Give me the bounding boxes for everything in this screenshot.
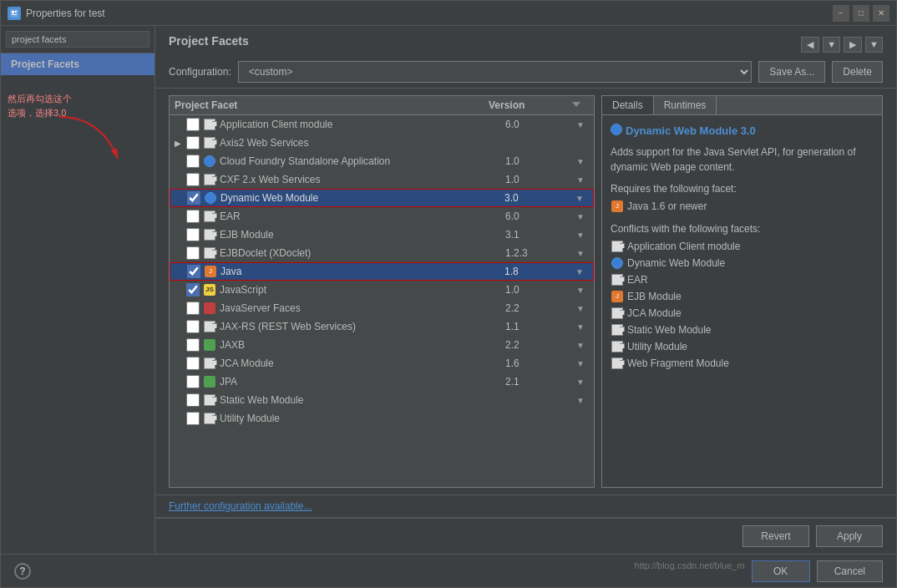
nav-menu-button[interactable]: ▼ <box>865 37 883 53</box>
facet-checkbox-jsf[interactable] <box>186 302 200 315</box>
sidebar-search-input[interactable] <box>6 31 150 48</box>
facet-version: 6.0 <box>505 119 572 130</box>
version-dropdown-icon[interactable]: ▼ <box>572 396 589 405</box>
version-dropdown-icon[interactable]: ▼ <box>572 231 589 240</box>
facet-checkbox-axis2[interactable] <box>186 136 200 150</box>
facet-name: JAX-RS (REST Web Services) <box>220 321 505 332</box>
module-description: Adds support for the Java Servlet API, f… <box>611 144 874 175</box>
further-config-link[interactable]: Further configuration available... <box>169 500 312 512</box>
conflicts-item-3: EAR <box>611 271 874 288</box>
annotation-text: 然后再勾选这个 选项，选择3.0 <box>1 75 155 136</box>
conflicts-item-4: J EJB Module <box>611 288 874 305</box>
version-dropdown-icon[interactable]: ▼ <box>572 322 589 332</box>
table-row[interactable]: Static Web Module ▼ <box>170 391 594 409</box>
facet-version: 1.2.3 <box>505 247 572 259</box>
version-dropdown-icon[interactable]: ▼ <box>572 341 589 350</box>
facet-version: 1.0 <box>505 155 572 167</box>
nav-dropdown-button[interactable]: ▼ <box>823 37 840 53</box>
table-row[interactable]: CXF 2.x Web Services 1.0 ▼ <box>170 170 594 189</box>
facet-checkbox-jca[interactable] <box>186 357 200 370</box>
save-as-button[interactable]: Save As... <box>758 61 825 83</box>
table-row[interactable]: JS JavaScript 1.0 ▼ <box>170 281 594 299</box>
facet-checkbox-ejb[interactable] <box>186 228 200 241</box>
table-row[interactable]: Utility Module <box>170 409 594 428</box>
facet-checkbox-ear[interactable] <box>186 210 200 223</box>
table-row[interactable]: JPA 2.1 ▼ <box>170 373 594 391</box>
version-dropdown-icon[interactable]: ▼ <box>572 304 589 313</box>
page-icon <box>611 307 624 320</box>
close-button[interactable]: ✕ <box>873 5 889 22</box>
page-icon <box>203 412 216 425</box>
facet-checkbox-jaxb[interactable] <box>186 338 200 352</box>
table-row-java[interactable]: J Java 1.8 ▼ <box>170 262 594 281</box>
table-row[interactable]: EAR 6.0 ▼ <box>170 207 594 226</box>
page-icon <box>203 118 216 131</box>
revert-button[interactable]: Revert <box>742 525 809 547</box>
table-row[interactable]: JavaServer Faces 2.2 ▼ <box>170 299 594 317</box>
tab-details[interactable]: Details <box>602 96 654 114</box>
table-row[interactable]: JAXB 2.2 ▼ <box>170 336 594 354</box>
version-dropdown-icon[interactable]: ▼ <box>572 175 589 185</box>
tab-runtimes[interactable]: Runtimes <box>654 96 717 114</box>
facet-name: EJBDoclet (XDoclet) <box>220 247 505 259</box>
conflicts-item-1: Application Client module <box>611 238 874 255</box>
table-row[interactable]: JAX-RS (REST Web Services) 1.1 ▼ <box>170 317 594 336</box>
version-dropdown-icon[interactable]: ▼ <box>571 194 588 203</box>
version-dropdown-icon[interactable]: ▼ <box>572 120 589 129</box>
page-icon <box>611 323 624 337</box>
table-row-dynamic-web[interactable]: Dynamic Web Module 3.0 ▼ <box>170 189 594 207</box>
version-dropdown-icon[interactable]: ▼ <box>571 267 588 276</box>
module-title: Dynamic Web Module 3.0 <box>611 124 874 138</box>
configuration-label: Configuration: <box>169 66 231 78</box>
page-icon <box>203 246 216 260</box>
facet-checkbox-dynamic-web[interactable] <box>187 191 200 205</box>
facet-name: JavaServer Faces <box>220 302 505 314</box>
version-dropdown-icon[interactable]: ▼ <box>572 286 589 295</box>
facet-checkbox-jaxrs[interactable] <box>186 320 200 333</box>
java-icon: J <box>611 290 624 303</box>
delete-button[interactable]: Delete <box>832 61 883 83</box>
facet-name: Dynamic Web Module <box>220 192 504 204</box>
facet-checkbox-java[interactable] <box>187 265 200 278</box>
window-controls: − □ ✕ <box>833 5 889 22</box>
nav-forward-button[interactable]: ▶ <box>844 37 862 53</box>
page-icon <box>203 228 216 241</box>
version-dropdown-icon[interactable]: ▼ <box>572 157 589 166</box>
table-row[interactable]: Application Client module 6.0 ▼ <box>170 115 594 134</box>
facet-version: 1.0 <box>505 174 572 185</box>
minimize-button[interactable]: − <box>833 5 849 22</box>
table-row[interactable]: EJB Module 3.1 ▼ <box>170 226 594 244</box>
further-config-area: Further configuration available... <box>155 494 896 518</box>
help-button[interactable]: ? <box>14 563 31 580</box>
page-icon <box>611 273 624 286</box>
maximize-button[interactable]: □ <box>853 5 869 22</box>
facet-checkbox-javascript[interactable] <box>186 283 200 297</box>
table-row[interactable]: EJBDoclet (XDoclet) 1.2.3 ▼ <box>170 244 594 262</box>
version-dropdown-icon[interactable]: ▼ <box>572 378 589 387</box>
table-row[interactable]: Cloud Foundry Standalone Application 1.0… <box>170 152 594 170</box>
svg-rect-3 <box>12 14 17 15</box>
apply-button[interactable]: Apply <box>816 525 883 547</box>
version-dropdown-icon[interactable]: ▼ <box>572 249 589 258</box>
svg-rect-2 <box>15 11 17 13</box>
facet-checkbox-jpa[interactable] <box>186 375 200 388</box>
table-row[interactable]: JCA Module 1.6 ▼ <box>170 354 594 373</box>
page-icon <box>203 136 216 150</box>
facet-version: 2.1 <box>505 376 572 388</box>
facet-checkbox-utility[interactable] <box>186 412 200 425</box>
facet-checkbox-ejbdoclet[interactable] <box>186 246 200 260</box>
configuration-select[interactable]: <custom> <box>238 61 753 83</box>
version-dropdown-icon[interactable]: ▼ <box>572 212 589 221</box>
nav-back-button[interactable]: ◀ <box>801 37 819 53</box>
facet-checkbox-static-web[interactable] <box>186 393 200 407</box>
cancel-button[interactable]: Cancel <box>817 560 883 582</box>
facet-checkbox-cxf[interactable] <box>186 173 200 186</box>
facet-version: 6.0 <box>505 210 572 222</box>
facet-checkbox-application-client[interactable] <box>186 118 200 131</box>
configuration-row: Configuration: <custom> Save As... Delet… <box>169 61 883 83</box>
ok-button[interactable]: OK <box>752 560 810 582</box>
table-row[interactable]: ▶ Axis2 Web Services <box>170 134 594 152</box>
facet-checkbox-cloudfoundry[interactable] <box>186 155 200 168</box>
version-dropdown-icon[interactable]: ▼ <box>572 359 589 368</box>
sidebar-item-project-facets[interactable]: Project Facets <box>1 53 155 75</box>
